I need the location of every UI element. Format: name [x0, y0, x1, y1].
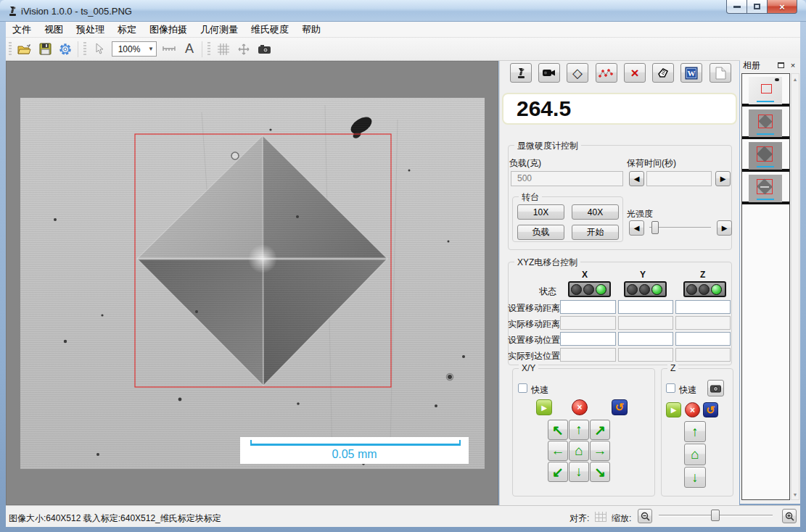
jog-up-left-button[interactable]: ↖ — [548, 420, 568, 440]
objective-40x-button[interactable]: 40X — [572, 204, 619, 220]
album-scrollbar[interactable]: ▲ ▼ — [791, 73, 799, 500]
menu-image-capture[interactable]: 图像拍摄 — [143, 21, 194, 38]
zoom-in-button[interactable] — [782, 509, 797, 523]
z-actual-position-field — [675, 348, 731, 362]
x-set-distance-input[interactable] — [560, 300, 616, 314]
thumbnail-item[interactable] — [742, 74, 789, 107]
album-float-button[interactable] — [776, 61, 786, 70]
measure-tool-button[interactable] — [160, 41, 178, 58]
dwell-decrease-button[interactable]: ◀ — [629, 171, 644, 186]
xy-reset-button[interactable]: ↺ — [612, 399, 628, 415]
scroll-down-icon[interactable]: ▼ — [791, 489, 799, 499]
x-set-position-input[interactable] — [560, 332, 616, 346]
xy-home-button[interactable]: ⌂ — [569, 441, 589, 461]
z-reset-button[interactable]: ↺ — [703, 402, 718, 417]
thumbnail-item[interactable] — [742, 172, 789, 204]
microscope-image[interactable]: 0.05 mm — [20, 98, 485, 469]
dwell-increase-button[interactable]: ▶ — [715, 171, 731, 186]
menu-vickers-hardness[interactable]: 维氏硬度 — [244, 21, 295, 38]
dwell-time-input[interactable] — [646, 171, 712, 186]
settings-button[interactable] — [57, 41, 74, 58]
y-set-distance-input[interactable] — [618, 300, 673, 314]
title-bar[interactable]: iVision 1.0.0 - ts_005.PNG × — [0, 0, 806, 22]
text-annotation-button[interactable]: A — [181, 41, 198, 58]
start-button[interactable]: 开始 — [572, 225, 619, 240]
tester-button[interactable] — [510, 63, 532, 83]
objective-10x-button[interactable]: 10X — [517, 204, 564, 220]
set-position-label: 设置移动位置 — [508, 334, 560, 346]
menu-file[interactable]: 文件 — [6, 21, 38, 38]
application-window: iVision 1.0.0 - ts_005.PNG × 文件 视图 预处理 标… — [0, 0, 806, 532]
point-measure-button[interactable] — [596, 63, 617, 83]
arrow-up-right-icon: ↗ — [594, 422, 606, 439]
z-stop-button[interactable]: × — [685, 402, 700, 417]
menu-geometry-measure[interactable]: 几何测量 — [194, 21, 244, 38]
z-home-button[interactable]: ⌂ — [684, 444, 706, 465]
xy-fast-checkbox[interactable] — [518, 383, 527, 393]
y-set-position-input[interactable] — [618, 332, 673, 346]
toolbar-grip — [9, 42, 12, 57]
scale-bar: 0.05 mm — [240, 437, 469, 464]
align-grid-icon[interactable] — [595, 512, 606, 522]
open-file-button[interactable] — [16, 41, 33, 58]
jog-down-right-button[interactable]: ↘ — [590, 462, 610, 482]
capture-camera-button[interactable] — [255, 41, 273, 58]
menu-preprocess[interactable]: 预处理 — [70, 21, 111, 38]
z-set-position-input[interactable] — [675, 332, 731, 346]
turret-group-title: 转台 — [519, 191, 542, 204]
jog-down-left-button[interactable]: ↙ — [548, 462, 568, 482]
load-input[interactable]: 500 — [511, 171, 623, 186]
clear-image-button[interactable] — [652, 63, 674, 83]
record-camera-icon — [542, 68, 556, 78]
axis-z-label: Z — [700, 270, 705, 280]
scroll-up-icon[interactable]: ▲ — [791, 74, 799, 84]
zoom-out-button[interactable] — [638, 509, 652, 523]
album-close-button[interactable]: × — [788, 61, 798, 70]
close-button[interactable]: × — [767, 0, 797, 14]
z-up-button[interactable]: ↑ — [684, 421, 706, 442]
arrow-down-right-icon: ↘ — [594, 464, 606, 481]
menu-help[interactable]: 帮助 — [295, 21, 327, 38]
diamond-measure-button[interactable]: ◇ — [567, 63, 588, 83]
cursor-tool-button[interactable] — [91, 41, 108, 58]
save-button[interactable] — [36, 41, 54, 58]
z-set-distance-input[interactable] — [675, 300, 731, 314]
jog-down-button[interactable]: ↓ — [569, 462, 589, 482]
image-viewer-canvas[interactable]: 0.05 mm — [6, 61, 498, 505]
grid-icon — [217, 43, 230, 56]
jog-up-right-button[interactable]: ↗ — [590, 420, 610, 440]
maximize-button[interactable] — [747, 0, 768, 14]
thumbnail-item[interactable] — [742, 139, 789, 172]
z-autofocus-button[interactable] — [707, 380, 724, 396]
light-decrease-button[interactable]: ◀ — [629, 220, 644, 236]
thumbnail-item[interactable] — [742, 107, 789, 139]
live-video-button[interactable] — [538, 63, 560, 83]
new-image-button[interactable] — [710, 63, 731, 83]
zoom-slider-handle[interactable] — [711, 510, 720, 521]
jog-left-button[interactable]: ← — [548, 441, 568, 461]
minimize-icon — [733, 6, 741, 8]
grid-toggle-button[interactable] — [215, 41, 232, 58]
xy-stop-button[interactable]: × — [572, 399, 588, 415]
align-label: 对齐: — [569, 512, 589, 525]
z-fast-checkbox[interactable] — [666, 383, 675, 393]
turret-load-button[interactable]: 负载 — [517, 225, 564, 240]
z-go-button[interactable]: ▶ — [666, 402, 681, 417]
zoom-level-combobox[interactable]: 100% ▼ — [112, 41, 157, 57]
menu-view[interactable]: 视图 — [38, 21, 70, 38]
thumbnail-image — [749, 109, 782, 137]
export-word-button[interactable]: W — [680, 63, 702, 83]
center-stage-button[interactable] — [235, 41, 252, 58]
light-slider-handle[interactable] — [651, 221, 659, 234]
z-down-button[interactable]: ↓ — [684, 467, 706, 488]
arrow-down-icon: ↓ — [691, 470, 699, 486]
z-axis-status-light — [683, 281, 726, 297]
menu-calibration[interactable]: 标定 — [111, 21, 143, 38]
light-increase-button[interactable]: ▶ — [717, 220, 732, 236]
delete-measure-button[interactable]: × — [624, 63, 646, 83]
xy-go-button[interactable]: ▶ — [536, 399, 552, 415]
minimize-button[interactable] — [726, 0, 747, 14]
jog-right-button[interactable]: → — [590, 441, 610, 461]
thumbnail-image — [749, 142, 782, 170]
jog-up-button[interactable]: ↑ — [569, 420, 589, 440]
